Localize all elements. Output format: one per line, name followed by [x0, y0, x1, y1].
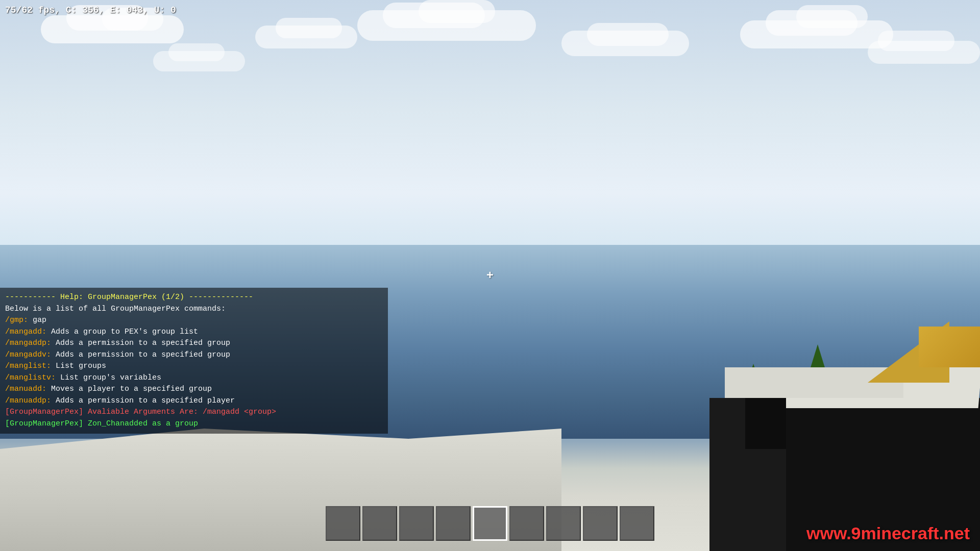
chat-line-error: [GroupManagerPex] Avaliable Arguments Ar… [5, 407, 383, 418]
hotbar-slot-2[interactable] [362, 506, 397, 541]
chat-line-manglist: /manglist: List groups [5, 361, 383, 372]
chat-line-mangaddv: /mangaddv: Adds a permission to a specif… [5, 349, 383, 361]
hotbar-slot-4[interactable] [436, 506, 471, 541]
watermark: www.9minecraft.net [806, 523, 970, 543]
chat-line-manglistv: /manglistv: List group's variables [5, 372, 383, 384]
chat-line-success: [GroupManagerPex] Zon_Chanadded as a gro… [5, 418, 383, 430]
fps-counter: 75/62 fps, C: 356, E: 043, U: 0 [5, 5, 176, 15]
block-structure [664, 306, 980, 551]
hotbar-slot-3[interactable] [399, 506, 434, 541]
chat-line-divider: ----------- Help: GroupManagerPex (1/2) … [5, 292, 383, 304]
hotbar-slot-9[interactable] [620, 506, 654, 541]
hotbar [326, 506, 654, 541]
hotbar-slot-6[interactable] [509, 506, 544, 541]
hotbar-slot-7[interactable] [546, 506, 581, 541]
fps-display: 75/62 fps, C: 356, E: 043, U: 0 [5, 5, 176, 15]
chat-line-manuaddp: /manuaddp: Adds a permission to a specif… [5, 395, 383, 407]
clouds-container [0, 0, 980, 204]
chat-line-gmp: /gmp: gap [5, 315, 383, 327]
game-world [0, 0, 980, 551]
watermark-text: www.9minecraft.net [806, 523, 970, 543]
chat-line-intro: Below is a list of all GroupManagerPex c… [5, 304, 383, 315]
hotbar-slot-5-selected[interactable] [473, 506, 507, 541]
hotbar-slot-8[interactable] [583, 506, 618, 541]
hotbar-slot-1[interactable] [326, 506, 360, 541]
chat-line-manuadd: /manuadd: Moves a player to a specified … [5, 384, 383, 395]
chat-line-mangadd: /mangadd: Adds a group to PEX's group li… [5, 327, 383, 338]
chat-line-mangaddp: /mangaddp: Adds a permission to a specif… [5, 338, 383, 349]
chat-panel: ----------- Help: GroupManagerPex (1/2) … [0, 288, 388, 434]
